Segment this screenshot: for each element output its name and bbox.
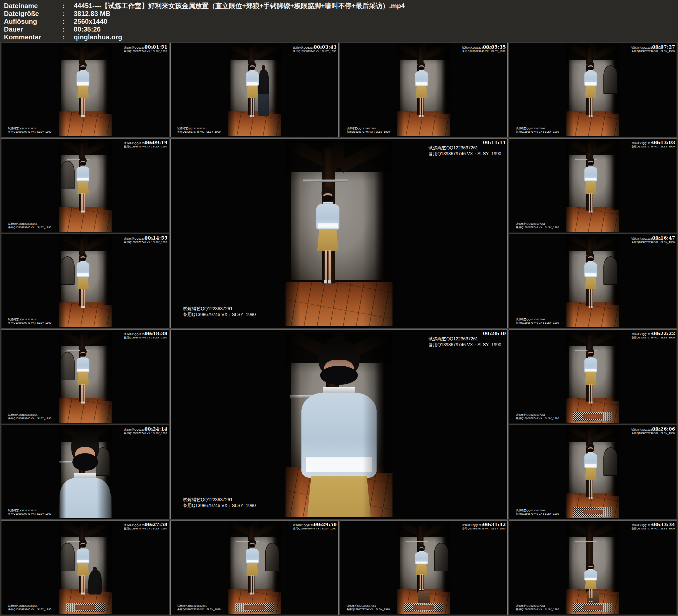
figure-skirt	[77, 86, 89, 98]
thumbnail-scene	[228, 44, 281, 136]
face-mask	[80, 353, 86, 356]
watermark-line1: 试炼绳艺QQ1223637261	[177, 127, 221, 130]
figure-heel	[422, 115, 423, 117]
figure-leg	[81, 193, 83, 210]
timestamp-overlay: 00:27:58	[144, 522, 167, 527]
thumbnail-scene	[566, 140, 619, 231]
video-thumbnail[interactable]: 试炼绳艺QQ1223637261 备用Q1398679746 VX：SLSY_1…	[1, 139, 169, 233]
watermark-line2: 备用Q1398679746 VX：SLSY_1990	[631, 145, 675, 148]
thumbnail-scene	[566, 426, 619, 518]
face-mask	[418, 67, 425, 70]
figure-shirt	[77, 167, 89, 182]
figure-shirt	[585, 167, 597, 182]
figure-heel	[591, 210, 593, 213]
figure-leg	[253, 98, 254, 115]
figure-leg	[83, 384, 85, 401]
figure-shirt	[246, 549, 259, 564]
video-thumbnail[interactable]: 试炼绳艺QQ1223637261 备用Q1398679746 VX：SLSY_1…	[171, 139, 508, 329]
figure-heel	[591, 401, 593, 403]
file-info-row: Kommentar:qinglanhua.org	[4, 33, 678, 41]
watermark-line2: 备用Q1398679746 VX：SLSY_1990	[8, 608, 51, 611]
video-thumbnail[interactable]: 试炼绳艺QQ1223637261 备用Q1398679746 VX：SLSY_1…	[509, 234, 677, 329]
video-thumbnail[interactable]: 试炼绳艺QQ1223637261 备用Q1398679746 VX：SLSY_1…	[1, 43, 169, 138]
video-thumbnail[interactable]: 试炼绳艺QQ1223637261 备用Q1398679746 VX：SLSY_1…	[1, 234, 169, 329]
arched-window	[265, 543, 279, 571]
shirt-band	[77, 560, 88, 563]
video-thumbnail[interactable]: 试炼绳艺QQ1223637261 备用Q1398679746 VX：SLSY_1…	[171, 43, 339, 138]
watermark-line1: 试炼绳艺QQ1223637261	[516, 318, 559, 321]
figure-skirt	[585, 580, 596, 589]
watermark-line2: 备用Q1398679746 VX：SLSY_1990	[516, 226, 559, 229]
thumbnail-scene	[397, 44, 450, 136]
timestamp-overlay: 00:22:22	[652, 331, 675, 336]
person-figure	[583, 348, 599, 403]
thumbnail-scene	[566, 331, 619, 422]
person-figure	[75, 539, 91, 594]
video-thumbnail[interactable]: 试炼绳艺QQ1223637261 备用Q1398679746 VX：SLSY_1…	[340, 521, 508, 615]
figure-skirt	[416, 86, 427, 98]
watermark-line2: 备用Q1398679746 VX：SLSY_1990	[124, 431, 167, 435]
video-thumbnail[interactable]: 试炼绳艺QQ1223637261 备用Q1398679746 VX：SLSY_1…	[1, 425, 169, 519]
watermark-line2: 备用Q1398679746 VX：SLSY_1990	[124, 240, 167, 244]
watermark-bottom-left: 试炼绳艺QQ1223637261 备用Q1398679746 VX：SLSY_1…	[516, 604, 559, 611]
watermark-line2: 备用Q1398679746 VX：SLSY_1990	[516, 130, 559, 133]
video-thumbnail[interactable]: 试炼绳艺QQ1223637261 备用Q1398679746 VX：SLSY_1…	[1, 330, 169, 424]
watermark-line2: 备用Q1398679746 VX：SLSY_1990	[347, 608, 390, 611]
figure-heel	[81, 306, 83, 308]
file-info-label: Kommentar	[4, 33, 63, 41]
video-thumbnail[interactable]: 试炼绳艺QQ1223637261 备用Q1398679746 VX：SLSY_1…	[509, 43, 677, 138]
watermark-line2: 备用Q1398679746 VX：SLSY_1990	[293, 527, 336, 530]
watermark-bottom-left: 试炼绳艺QQ1223637261 备用Q1398679746 VX：SLSY_1…	[177, 604, 221, 611]
watermark-bottom-left: 试炼绳艺QQ1223637261 备用Q1398679746 VX：SLSY_1…	[516, 127, 559, 133]
thumbnail-scene	[59, 140, 112, 231]
figure-heel	[81, 592, 83, 594]
file-info-colon: :	[63, 10, 74, 17]
face-mask	[588, 162, 594, 165]
figure-shirt	[585, 453, 597, 468]
watermark-line2: 备用Q1398679746 VX：SLSY_1990	[8, 130, 51, 133]
timestamp-overlay: 00:05:35	[483, 44, 506, 50]
area-rug	[66, 603, 105, 612]
figure-leg	[589, 589, 590, 598]
watermark-line1: 试炼绳艺QQ1223637261	[8, 509, 51, 512]
video-thumbnail[interactable]: 试炼绳艺QQ1223637261 备用Q1398679746 VX：SLSY_1…	[171, 521, 339, 615]
watermark-bottom-left: 试炼绳艺QQ1223637261 备用Q1398679746 VX：SLSY_1…	[8, 127, 51, 133]
figure-leg	[420, 574, 421, 589]
area-rug	[573, 603, 613, 612]
watermark-bottom-left: 试炼绳艺QQ1223637261 备用Q1398679746 VX：SLSY_1…	[516, 413, 559, 420]
watermark-line2: 备用Q1398679746 VX：SLSY_1990	[177, 608, 221, 611]
shirt-band	[416, 562, 427, 564]
thumbnail-scene	[286, 141, 392, 326]
video-thumbnail[interactable]: 试炼绳艺QQ1223637261 备用Q1398679746 VX：SLSY_1…	[509, 330, 677, 424]
figure-leg	[81, 289, 83, 306]
watermark-bottom-left: 试炼绳艺QQ1223637261 备用Q1398679746 VX：SLSY_1…	[8, 509, 51, 515]
shirt-band	[77, 273, 88, 276]
video-thumbnail[interactable]: 试炼绳艺QQ1223637261 备用Q1398679746 VX：SLSY_1…	[509, 521, 677, 615]
timestamp-overlay: 00:20:30	[483, 331, 506, 336]
video-thumbnail[interactable]: 试炼绳艺QQ1223637261 备用Q1398679746 VX：SLSY_1…	[340, 43, 508, 138]
person-figure	[75, 348, 91, 403]
figure-leg	[589, 480, 590, 497]
watermark-line2: 备用Q1398679746 VX：SLSY_1990	[124, 336, 167, 339]
video-thumbnail[interactable]: 试炼绳艺QQ1223637261 备用Q1398679746 VX：SLSY_1…	[509, 425, 677, 519]
figure-shirt	[60, 478, 111, 518]
figure-leg	[81, 575, 83, 592]
file-info-row: Dateigröße:3812.83 MB	[4, 10, 678, 17]
figure-leg	[83, 98, 85, 115]
video-thumbnail[interactable]: 试炼绳艺QQ1223637261 备用Q1398679746 VX：SLSY_1…	[171, 330, 508, 519]
watermark-line2: 备用Q1398679746 VX：SLSY_1990	[462, 527, 505, 530]
video-thumbnail[interactable]: 试炼绳艺QQ1223637261 备用Q1398679746 VX：SLSY_1…	[509, 139, 677, 233]
figure-leg	[81, 384, 83, 401]
watermark-line2: 备用Q1398679746 VX：SLSY_1990	[516, 608, 559, 611]
watermark-line2: 备用Q1398679746 VX：SLSY_1990	[347, 130, 390, 133]
watermark-line2: 备用Q1398679746 VX：SLSY_1990	[516, 321, 559, 324]
shirt-band	[247, 560, 258, 563]
video-thumbnail[interactable]: 试炼绳艺QQ1223637261 备用Q1398679746 VX：SLSY_1…	[1, 521, 169, 615]
figure-skirt	[77, 372, 89, 385]
figure-heel	[589, 401, 590, 403]
figure-shirt	[316, 203, 339, 230]
figure-leg	[589, 98, 590, 115]
figure-heel	[589, 210, 590, 213]
figure-heel	[419, 589, 421, 590]
thumbnail-scene	[566, 235, 619, 327]
